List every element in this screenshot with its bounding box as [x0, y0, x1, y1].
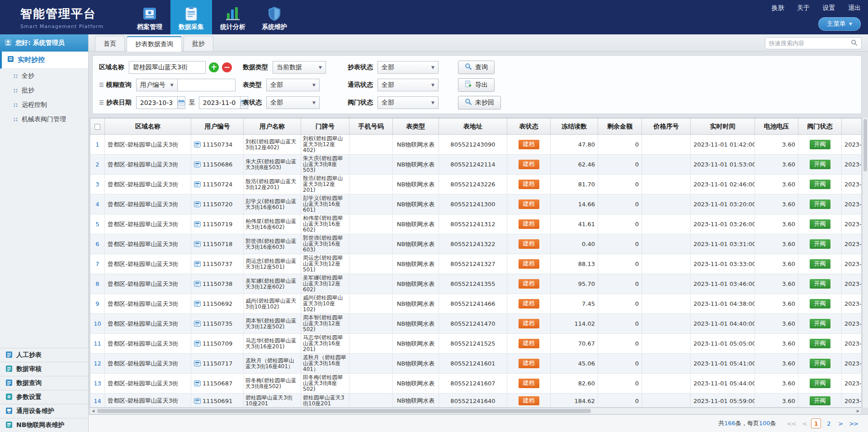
cell-realtime: 2023-11-01 01:53:00 — [691, 155, 755, 175]
sidebar-item-nb-meter-maintenance[interactable]: NB物联网表维护 — [0, 418, 88, 432]
skin-link[interactable]: 换肤 — [772, 4, 784, 11]
vertical-scrollbar-thumb[interactable] — [863, 119, 867, 171]
column-header-7[interactable]: 表状态 — [507, 119, 551, 135]
search-icon[interactable] — [851, 39, 858, 47]
cell-phone — [349, 374, 393, 394]
column-header-13[interactable]: 阀门状态 — [798, 119, 842, 135]
meter-status-select[interactable]: 全部▼ — [266, 96, 320, 109]
table-row[interactable]: 8曾都区-碧桂园翠山蓝天3街11150738吴军娜(碧桂园翠山蓝天3街12座60… — [90, 274, 862, 294]
table-row[interactable]: 4曾都区-碧桂园翠山蓝天3街11150720彭学义(碧桂园翠山蓝天3街16座60… — [90, 195, 862, 214]
query-button[interactable]: 查询 — [458, 61, 495, 74]
table-row[interactable]: 2曾都区-碧桂园翠山蓝天3街11150686朱大庆(碧桂园翠山蓝天3街8座503… — [90, 155, 862, 175]
data-type-select[interactable]: 当前数据▼ — [273, 61, 326, 74]
column-header-12[interactable]: 电池电压 — [755, 119, 798, 135]
tab-meter-data-query[interactable]: 抄表数据查询 — [127, 36, 182, 52]
first-page-button[interactable]: << — [785, 419, 798, 428]
sidebar-item-mechanical-valve[interactable]: 机械表阀门管理 — [0, 112, 88, 127]
cell-read-time: 2023- — [842, 214, 862, 234]
sidebar-item-data-audit[interactable]: 数据审核 — [0, 362, 88, 376]
column-header-6[interactable]: 表地址 — [439, 119, 507, 135]
date-to-input[interactable] — [199, 96, 241, 109]
table-row[interactable]: 13曾都区-碧桂园翠山蓝天3街11150687田冬梅(碧桂园翠山蓝天3街8座50… — [90, 374, 862, 394]
add-area-button[interactable]: + — [209, 62, 219, 72]
calendar-icon[interactable] — [178, 96, 185, 109]
sidebar-item-batch-read[interactable]: 批抄 — [0, 83, 88, 98]
column-header-9[interactable]: 剩余金额 — [598, 119, 642, 135]
prev-page-button[interactable]: < — [800, 419, 808, 428]
column-header-10[interactable]: 价格序号 — [642, 119, 691, 135]
column-header-11[interactable]: 实时时间 — [691, 119, 755, 135]
fuzzy-query-input[interactable] — [178, 79, 236, 91]
cell-door-number: 马志华(碧桂园翠山蓝天3街16座201) — [301, 334, 349, 354]
table-row[interactable]: 11曾都区-碧桂园翠山蓝天3街11150709马志华(碧桂园翠山蓝天3街16座2… — [90, 334, 862, 354]
page-2-button[interactable]: 2 — [824, 418, 834, 428]
nav-item-archive[interactable]: 档案管理 — [129, 0, 170, 34]
column-header-1[interactable]: 用户编号 — [191, 119, 244, 135]
cell-valve-status: 开阀 — [798, 254, 842, 274]
about-link[interactable]: 关于 — [797, 4, 810, 11]
cell-balance: 0 — [598, 294, 642, 314]
main-menu-button[interactable]: 主菜单 ▼ — [818, 17, 861, 31]
meter-type-select[interactable]: 全部▼ — [266, 79, 320, 91]
fuzzy-field-select[interactable]: 用户编号▼ — [136, 79, 178, 91]
tab-batch-read[interactable]: 批抄 — [184, 36, 213, 51]
row-number: 5 — [90, 214, 105, 234]
column-header-3[interactable]: 门牌号 — [301, 119, 349, 135]
valve-status-select[interactable]: 全部▼ — [377, 96, 439, 109]
scroll-left-arrow-icon[interactable]: ◀ — [90, 408, 96, 414]
quick-search-input[interactable] — [769, 40, 851, 47]
settings-link[interactable]: 设置 — [823, 4, 835, 11]
cell-voltage: 3.60 — [755, 274, 798, 294]
sidebar-item-read-all[interactable]: 全抄 — [0, 69, 88, 83]
cell-meter-address: 805521241607 — [439, 374, 507, 394]
sidebar-item-realtime-reading[interactable]: 实时抄控 — [0, 52, 88, 69]
read-status-select[interactable]: 全部▼ — [377, 61, 439, 74]
column-header-8[interactable]: 冻结读数 — [551, 119, 598, 135]
table-row[interactable]: 3曾都区-碧桂园翠山蓝天3街11150724殷浩(碧桂园翠山蓝天3街12座201… — [90, 175, 862, 195]
sidebar-item-parameter-settings[interactable]: 参数设置 — [0, 390, 88, 404]
last-page-button[interactable]: >> — [847, 419, 860, 428]
user-greeting: 您好: 系统管理员 — [0, 34, 88, 52]
table-row[interactable]: 12曾都区-碧桂园翠山蓝天3街11150717孟秋月（碧桂园翠山蓝天3街16座4… — [90, 354, 862, 374]
comm-status-select[interactable]: 全部▼ — [377, 79, 439, 91]
meter-status-label: 表状态 — [243, 99, 262, 107]
column-header-14[interactable]: 抄 — [842, 119, 862, 135]
next-page-button[interactable]: > — [836, 419, 844, 428]
horizontal-scrollbar[interactable]: ◀ ▶ — [90, 408, 862, 414]
column-header-4[interactable]: 手机号码 — [349, 119, 393, 135]
scroll-right-arrow-icon[interactable]: ▶ — [855, 408, 861, 414]
export-button[interactable]: 导出 — [458, 78, 495, 92]
select-all-checkbox[interactable] — [94, 124, 100, 130]
page-1-button[interactable]: 1 — [811, 418, 821, 428]
cell-valve-status: 开阀 — [798, 155, 842, 175]
column-header-2[interactable]: 用户名称 — [244, 119, 301, 135]
cell-meter-address: 805521241322 — [439, 234, 507, 254]
sidebar-item-general-device-maintenance[interactable]: 通用设备维护 — [0, 404, 88, 418]
logout-link[interactable]: 退出 — [848, 4, 861, 11]
tab-home[interactable]: 首页 — [95, 36, 125, 51]
sidebar-item-remote-control[interactable]: 远程控制 — [0, 98, 88, 112]
table-row[interactable]: 9曾都区-碧桂园翠山蓝天3街11150692戚尚(碧桂园翠山蓝天3街10座102… — [90, 294, 862, 314]
table-row[interactable]: 5曾都区-碧桂园翠山蓝天3街11150719柏伟星(碧桂园翠山蓝天3街16座60… — [90, 214, 862, 234]
column-header-5[interactable]: 表类型 — [393, 119, 439, 135]
table-row[interactable]: 10曾都区-碧桂园翠山蓝天3街11150735周本智(碧桂园翠山蓝天3街12座5… — [90, 314, 862, 334]
nav-item-data-collection[interactable]: 数据采集 — [170, 0, 212, 34]
sidebar-item-manual-reading[interactable]: 人工抄表 — [0, 348, 88, 362]
nav-item-maintenance[interactable]: 系统维护 — [254, 0, 295, 34]
cell-user-number: 11150719 — [191, 214, 244, 234]
column-header-0[interactable]: 区域名称 — [105, 119, 191, 135]
table-row[interactable]: 14曾都区-碧桂园翠山蓝天3街11150691碧桂园翠山蓝天3街10座201碧桂… — [90, 394, 862, 408]
sidebar-item-data-query[interactable]: 数据查询 — [0, 376, 88, 390]
date-from-input[interactable] — [136, 96, 178, 109]
area-name-input[interactable] — [129, 61, 206, 74]
nav-item-statistics[interactable]: 统计分析 — [212, 0, 254, 34]
table-row[interactable]: 1曾都区-碧桂园翠山蓝天3街11150734刘权(碧桂园翠山蓝天3街12座402… — [90, 135, 862, 155]
remove-area-button[interactable]: − — [222, 62, 232, 72]
tab-bar: 首页 抄表数据查询 批抄 — [89, 34, 868, 52]
table-row[interactable]: 6曾都区-碧桂园翠山蓝天3街11150718郭世强(碧桂园翠山蓝天3街16座60… — [90, 234, 862, 254]
horizontal-scrollbar-thumb[interactable] — [97, 409, 591, 413]
table-row[interactable]: 7曾都区-碧桂园翠山蓝天3街11150737周运忠(碧桂园翠山蓝天3街12座50… — [90, 254, 862, 274]
app-title: 智能管理平台 — [20, 6, 104, 22]
unread-button[interactable]: 未抄回 — [458, 96, 501, 109]
vertical-scrollbar[interactable] — [862, 118, 868, 408]
